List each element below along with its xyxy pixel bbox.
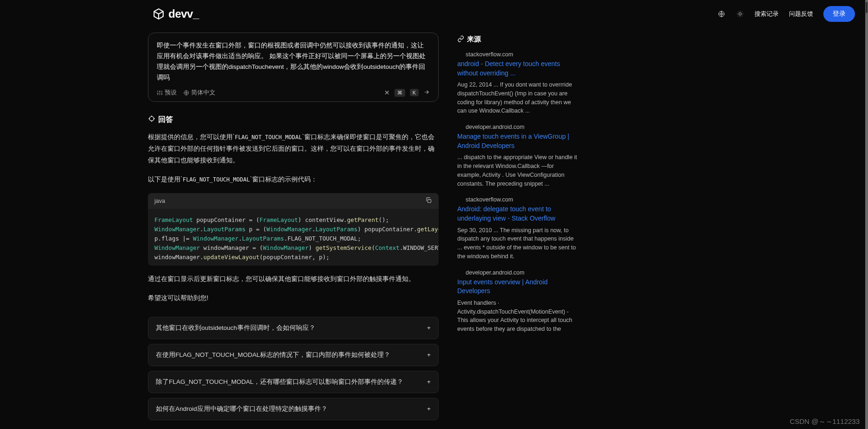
kbd-cmd: ⌘ <box>394 89 405 97</box>
query-text: 即使一个事件发生在窗口外部，窗口的根视图或者回调中仍然可以接收到该事件的通知，这… <box>157 40 430 83</box>
link-icon <box>457 35 464 44</box>
sources-heading-text: 来源 <box>467 35 481 44</box>
source-title-link[interactable]: Android: delegate touch event to underla… <box>457 205 578 223</box>
source-domain: developer.android.com <box>466 269 578 276</box>
target-icon <box>148 115 155 124</box>
scrollbar-track[interactable] <box>865 0 868 429</box>
source-domain: developer.android.com <box>466 124 578 130</box>
source-snippet: Aug 22, 2014 ... If you dont want to ove… <box>457 80 578 115</box>
logo[interactable]: devv_ <box>153 7 199 20</box>
source-domain: stackoverflow.com <box>466 196 578 203</box>
svg-point-1 <box>739 13 741 15</box>
answer-paragraph-1: 根据提供的信息，您可以使用`FLAG_NOT_TOUCH_MODAL`窗口标志来… <box>148 131 439 167</box>
nav-feedback[interactable]: 问题反馈 <box>789 10 813 18</box>
source-item: developer.android.com Input events overv… <box>457 269 578 334</box>
lang-label: 简体中文 <box>191 89 215 97</box>
lang-select[interactable]: 简体中文 <box>183 89 215 97</box>
source-item: stackoverflow.com android - Detect every… <box>457 51 578 115</box>
nav-history[interactable]: 搜索记录 <box>754 10 779 18</box>
source-domain: stackoverflow.com <box>466 51 578 58</box>
svg-point-3 <box>149 117 154 121</box>
nav-right: 搜索记录 问题反馈 登录 <box>717 6 855 22</box>
code-block: java FrameLayout popupContainer = (Frame… <box>148 193 439 266</box>
answer-paragraph-3: 通过在窗口显示后更新窗口标志，您可以确保其他窗口能够接收到窗口外部的触摸事件通知… <box>148 273 439 285</box>
clear-icon[interactable]: ✕ <box>384 89 390 96</box>
plus-icon: + <box>427 324 431 331</box>
source-title-link[interactable]: Manage touch events in a ViewGroup | And… <box>457 132 578 150</box>
source-title-link[interactable]: Input events overview | Android Develope… <box>457 278 578 296</box>
followup-item[interactable]: 如何在Android应用中确定哪个窗口在处理特定的触摸事件？+ <box>148 398 439 420</box>
query-box: 即使一个事件发生在窗口外部，窗口的根视图或者回调中仍然可以接收到该事件的通知，这… <box>148 33 439 102</box>
source-item: developer.android.com Manage touch event… <box>457 124 578 188</box>
watermark: CSDN @～～1112233 <box>790 417 860 426</box>
followup-text: 除了FLAG_NOT_TOUCH_MODAL，还有哪些窗口标志可以影响窗口外部事… <box>156 378 403 386</box>
sliders-icon[interactable]: 预设 <box>157 89 177 97</box>
source-item: stackoverflow.com Android: delegate touc… <box>457 196 578 261</box>
answer-paragraph-2: 以下是使用`FLAG_NOT_TOUCH_MODAL`窗口标志的示例代码： <box>148 174 439 185</box>
sun-icon[interactable] <box>736 10 744 18</box>
copy-icon[interactable] <box>425 197 432 205</box>
followup-item[interactable]: 其他窗口在收到outsidetouch事件回调时，会如何响应？+ <box>148 317 439 339</box>
code-body[interactable]: FrameLayout popupContainer = (FrameLayou… <box>148 209 439 266</box>
followup-item[interactable]: 除了FLAG_NOT_TOUCH_MODAL，还有哪些窗口标志可以影响窗口外部事… <box>148 371 439 393</box>
answer-paragraph-4: 希望这可以帮助到您! <box>148 292 439 304</box>
kbd-k: K <box>410 89 419 96</box>
source-snippet: Event handlers · Activity.dispatchTouchE… <box>457 299 578 334</box>
followup-item[interactable]: 在使用FLAG_NOT_TOUCH_MODAL标志的情况下，窗口内部的事件如何被… <box>148 344 439 366</box>
followup-text: 其他窗口在收到outsidetouch事件回调时，会如何响应？ <box>156 324 315 332</box>
scrollbar-thumb[interactable] <box>866 2 868 13</box>
header: devv_ 搜索记录 问题反馈 登录 <box>0 0 868 28</box>
cube-icon <box>153 8 165 20</box>
login-button[interactable]: 登录 <box>823 6 855 22</box>
source-snippet: Sep 30, 2010 ... The missing part is now… <box>457 226 578 261</box>
answer-heading-text: 回答 <box>158 115 173 125</box>
plus-icon: + <box>427 351 431 358</box>
preset-label: 预设 <box>165 89 177 97</box>
globe-icon[interactable] <box>717 10 726 18</box>
plus-icon: + <box>427 378 431 385</box>
followups: 其他窗口在收到outsidetouch事件回调时，会如何响应？+ 在使用FLAG… <box>148 317 439 420</box>
logo-text: devv_ <box>168 7 199 20</box>
source-title-link[interactable]: android - Detect every touch events with… <box>457 60 578 78</box>
followup-text: 在使用FLAG_NOT_TOUCH_MODAL标志的情况下，窗口内部的事件如何被… <box>156 351 390 359</box>
sources-heading: 来源 <box>457 35 578 44</box>
source-snippet: ... dispatch to the appropriate View or … <box>457 153 578 188</box>
answer-heading: 回答 <box>148 115 439 125</box>
arrow-right-icon[interactable] <box>423 89 430 97</box>
svg-rect-4 <box>428 199 431 202</box>
plus-icon: + <box>427 405 431 412</box>
followup-text: 如何在Android应用中确定哪个窗口在处理特定的触摸事件？ <box>156 405 327 413</box>
code-lang-label: java <box>154 198 165 204</box>
